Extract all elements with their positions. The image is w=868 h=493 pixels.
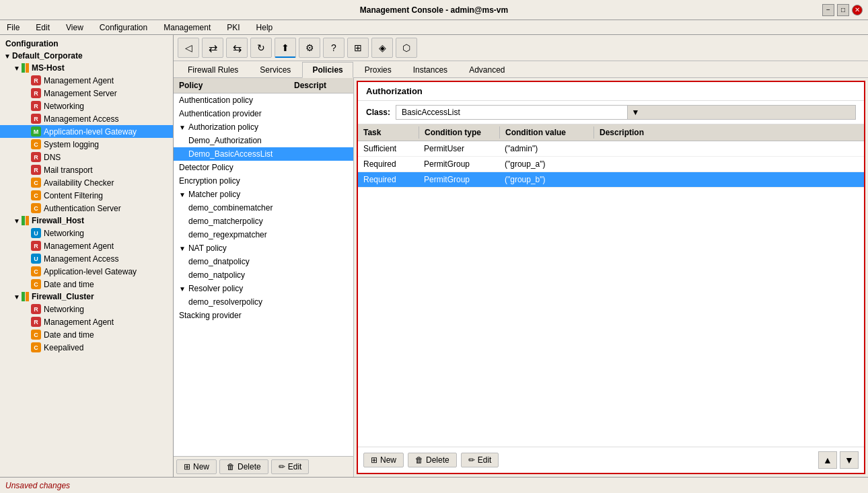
- host-label: Firewall_Cluster: [32, 292, 94, 301]
- auth-delete-button[interactable]: 🗑 Delete: [408, 453, 457, 467]
- auth-class-dropdown[interactable]: BasicAccessList ▼: [396, 105, 856, 120]
- policy-item[interactable]: demo_resolverpolicy: [174, 295, 353, 309]
- sidebar-item[interactable]: CAvailability Checker: [0, 176, 173, 189]
- sidebar-item[interactable]: RManagement Agent: [0, 315, 173, 328]
- sidebar-item[interactable]: ▼Firewall_Cluster: [0, 291, 173, 303]
- policy-item[interactable]: ▼Authorization policy: [174, 120, 353, 134]
- tab-proxies[interactable]: Proxies: [355, 62, 402, 78]
- sidebar-item[interactable]: ▼Default_Corporate: [0, 50, 173, 62]
- settings-toolbar-btn[interactable]: ⚙: [299, 38, 320, 58]
- sidebar-item[interactable]: CKeepalived: [0, 341, 173, 354]
- menu-pki[interactable]: PKI: [223, 22, 244, 34]
- table-row[interactable]: Required PermitGroup ("group_b"): [358, 172, 864, 188]
- objects-toolbar-btn[interactable]: ◈: [371, 38, 393, 58]
- section-label: NAT policy: [188, 243, 227, 253]
- sidebar-item[interactable]: CSystem logging: [0, 138, 173, 151]
- menu-file[interactable]: File: [3, 22, 24, 34]
- sidebar-item[interactable]: RDNS: [0, 151, 173, 163]
- disconnect-toolbar-btn[interactable]: ⇆: [226, 38, 248, 58]
- upload-toolbar-btn[interactable]: ⬆: [275, 38, 296, 58]
- tab-instances[interactable]: Instances: [403, 62, 458, 78]
- policy-edit-button[interactable]: ✏ Edit: [271, 459, 310, 474]
- sidebar-item[interactable]: RManagement Agent: [0, 239, 173, 252]
- table-row[interactable]: Sufficient PermitUser ("admin"): [358, 141, 864, 157]
- tab-services[interactable]: Services: [250, 62, 301, 78]
- help-toolbar-btn[interactable]: ?: [323, 38, 345, 58]
- leaf-label: Availability Checker: [44, 178, 114, 188]
- col-condition-type: Condition type: [419, 126, 499, 139]
- policy-item[interactable]: Demo_Authorization: [174, 134, 353, 147]
- sidebar-item[interactable]: RNetworking: [0, 100, 173, 112]
- auth-table-header: Task Condition type Condition value Desc…: [358, 124, 864, 141]
- menu-edit[interactable]: Edit: [32, 22, 54, 34]
- sidebar-item[interactable]: MApplication-level Gateway: [0, 125, 173, 138]
- minimize-button[interactable]: −: [822, 4, 834, 16]
- maximize-button[interactable]: □: [837, 4, 849, 16]
- leaf-label: Management Agent: [44, 317, 114, 327]
- sidebar-item[interactable]: CApplication-level Gateway: [0, 265, 173, 278]
- leaf-label: Date and time: [44, 330, 94, 340]
- close-button[interactable]: ✕: [852, 5, 863, 15]
- refresh-toolbar-btn[interactable]: ↻: [250, 38, 272, 58]
- auth-edit-button[interactable]: ✏ Edit: [461, 453, 499, 467]
- menu-view[interactable]: View: [62, 22, 87, 34]
- policy-item[interactable]: Stacking provider: [174, 309, 353, 322]
- sidebar-item[interactable]: UNetworking: [0, 227, 173, 239]
- plus-icon: ⊞: [371, 455, 377, 465]
- connect-toolbar-btn[interactable]: ⇄: [202, 38, 223, 58]
- tab-firewall-rules[interactable]: Firewall Rules: [178, 62, 248, 78]
- policy-item[interactable]: demo_regexpmatcher: [174, 228, 353, 241]
- table-row[interactable]: Required PermitGroup ("group_a"): [358, 157, 864, 172]
- sidebar-item[interactable]: RManagement Access: [0, 112, 173, 125]
- policy-item[interactable]: demo_matcherpolicy: [174, 215, 353, 228]
- policy-item[interactable]: Authentication policy: [174, 93, 353, 107]
- rules-toolbar-btn[interactable]: ⊞: [347, 38, 369, 58]
- tab-advanced[interactable]: Advanced: [459, 62, 515, 78]
- policy-footer: ⊞ New 🗑 Delete ✏ Edit: [174, 456, 353, 477]
- policy-item[interactable]: Demo_BasicAccessList: [174, 147, 353, 161]
- back-toolbar-btn[interactable]: ◁: [178, 38, 199, 58]
- auth-title: Authorization: [358, 82, 864, 101]
- tab-policies[interactable]: Policies: [302, 62, 353, 78]
- sidebar-item[interactable]: ▼Firewall_Host: [0, 215, 173, 227]
- policy-item[interactable]: Authentication provider: [174, 107, 353, 120]
- policy-item[interactable]: ▼Resolver policy: [174, 282, 353, 295]
- edit-label: Edit: [478, 455, 492, 465]
- policy-delete-button[interactable]: 🗑 Delete: [219, 459, 268, 474]
- cell-task: Required: [358, 158, 419, 170]
- policy-new-button[interactable]: ⊞ New: [176, 459, 217, 474]
- sidebar: Configuration ▼Default_Corporate▼MS-Host…: [0, 35, 174, 477]
- policy-item[interactable]: Encryption policy: [174, 174, 353, 188]
- policy-item[interactable]: ▼Matcher policy: [174, 188, 353, 201]
- instances-toolbar-btn[interactable]: ⬡: [396, 38, 417, 58]
- policy-item[interactable]: demo_combinematcher: [174, 201, 353, 215]
- sidebar-item[interactable]: CDate and time: [0, 328, 173, 341]
- sidebar-item[interactable]: CAuthentication Server: [0, 202, 173, 215]
- edit-icon: ✏: [468, 455, 475, 465]
- move-down-button[interactable]: ▼: [840, 451, 859, 469]
- sidebar-item[interactable]: CDate and time: [0, 278, 173, 291]
- policy-col-label: Policy: [179, 81, 294, 90]
- move-up-button[interactable]: ▲: [818, 451, 837, 469]
- policy-item[interactable]: ▼NAT policy: [174, 241, 353, 255]
- badge-icon: R: [31, 165, 41, 175]
- policy-item[interactable]: Detector Policy: [174, 161, 353, 174]
- menu-configuration[interactable]: Configuration: [96, 22, 151, 34]
- sidebar-item[interactable]: RManagement Server: [0, 87, 173, 100]
- sidebar-item[interactable]: RMail transport: [0, 163, 173, 176]
- leaf-label: Date and time: [44, 280, 94, 289]
- sidebar-item[interactable]: RNetworking: [0, 303, 173, 315]
- sidebar-item[interactable]: ▼MS-Host: [0, 62, 173, 74]
- menu-help[interactable]: Help: [252, 22, 277, 34]
- cell-condition-type: PermitGroup: [419, 174, 499, 186]
- status-message: Unsaved changes: [5, 481, 70, 490]
- delete-label: Delete: [426, 455, 449, 465]
- auth-new-button[interactable]: ⊞ New: [363, 453, 404, 467]
- policy-item[interactable]: demo_dnatpolicy: [174, 255, 353, 268]
- host-label: Firewall_Host: [32, 216, 84, 225]
- policy-item[interactable]: demo_natpolicy: [174, 268, 353, 282]
- sidebar-item[interactable]: RManagement Agent: [0, 74, 173, 87]
- sidebar-item[interactable]: UManagement Access: [0, 252, 173, 265]
- menu-management[interactable]: Management: [159, 22, 215, 34]
- sidebar-item[interactable]: CContent Filtering: [0, 189, 173, 202]
